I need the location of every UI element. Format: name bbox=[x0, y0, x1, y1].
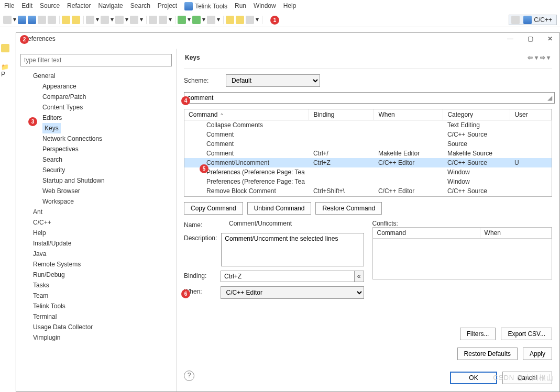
back-icon[interactable]: ⇦ ▾ bbox=[528, 54, 537, 61]
menu-help[interactable]: Help bbox=[283, 2, 297, 10]
menu-search[interactable]: Search bbox=[130, 2, 150, 10]
tree-perspectives[interactable]: Perspectives bbox=[42, 144, 172, 154]
save-icon[interactable] bbox=[18, 16, 26, 24]
cancel-button[interactable]: Cancel bbox=[502, 372, 552, 384]
binary-icon[interactable] bbox=[48, 16, 56, 24]
close-button[interactable]: ✕ bbox=[546, 35, 554, 42]
minimize-button[interactable]: — bbox=[506, 35, 514, 42]
tree-usage-data-collector[interactable]: Usage Data Collector bbox=[33, 322, 172, 332]
tree-tasks[interactable]: Tasks bbox=[33, 280, 172, 290]
menu-project[interactable]: Project bbox=[158, 2, 177, 10]
table-row[interactable]: CommentCtrl+/Makefile EditorMakefile Sou… bbox=[184, 149, 552, 158]
pencil-icon[interactable] bbox=[246, 16, 254, 24]
tree-search[interactable]: Search bbox=[42, 154, 172, 165]
perspective-switcher[interactable]: C/C++ bbox=[509, 15, 557, 25]
menu-source[interactable]: Source bbox=[40, 2, 60, 10]
tree-terminal[interactable]: Terminal bbox=[33, 311, 172, 322]
build-icon[interactable] bbox=[149, 16, 157, 24]
apply-button[interactable]: Apply bbox=[523, 348, 552, 360]
wand2-icon[interactable] bbox=[72, 16, 80, 24]
ext-icon[interactable] bbox=[207, 16, 215, 24]
tree-appearance[interactable]: Appearance bbox=[42, 81, 172, 92]
table-row[interactable]: Preferences (Preference Page: TeaWindow bbox=[184, 167, 552, 177]
table-row[interactable]: Preferences (Preference Page: TeaWindow bbox=[184, 177, 552, 186]
restore-command-button[interactable]: Restore Command bbox=[315, 202, 382, 215]
filters-button[interactable]: Filters... bbox=[460, 328, 496, 340]
menu-navigate[interactable]: Navigate bbox=[98, 2, 123, 10]
tree-workspace[interactable]: Workspace bbox=[42, 196, 172, 207]
binding-input[interactable] bbox=[221, 271, 354, 282]
tree-content-types[interactable]: Content Types bbox=[42, 102, 172, 113]
key-bindings-table[interactable]: Command^ Binding When Category User Coll… bbox=[184, 109, 552, 197]
when-select[interactable]: C/C++ Editor bbox=[221, 286, 364, 299]
cfg3-icon[interactable] bbox=[115, 16, 124, 24]
debug-icon[interactable] bbox=[178, 16, 186, 24]
menu-window[interactable]: Window bbox=[254, 2, 276, 10]
tree-run-debug[interactable]: Run/Debug bbox=[33, 270, 172, 280]
command-search-input[interactable] bbox=[184, 92, 555, 104]
cfg-icon[interactable] bbox=[86, 16, 94, 24]
tree-general[interactable]: General bbox=[33, 71, 172, 81]
tree-help[interactable]: Help bbox=[33, 228, 172, 238]
col-when[interactable]: When bbox=[374, 109, 443, 120]
tree-keys[interactable]: Keys bbox=[42, 123, 172, 133]
col-category[interactable]: Category bbox=[443, 109, 510, 120]
tree-compare-patch[interactable]: Compare/Patch bbox=[42, 92, 172, 102]
maximize-button[interactable]: ▢ bbox=[526, 35, 534, 42]
preference-tree[interactable]: General AppearanceCompare/PatchContent T… bbox=[20, 71, 172, 343]
tree-team[interactable]: Team bbox=[33, 290, 172, 301]
conflicts-table[interactable]: Command When bbox=[372, 227, 553, 279]
tree-java[interactable]: Java bbox=[33, 249, 172, 259]
table-row[interactable]: CommentSource bbox=[184, 139, 552, 149]
table-row[interactable]: CommentC/C++ Source bbox=[184, 130, 552, 139]
copy-command-button[interactable]: Copy Command bbox=[184, 202, 243, 215]
col-user[interactable]: User bbox=[510, 109, 552, 120]
run-icon[interactable] bbox=[192, 16, 201, 24]
tree-security[interactable]: Security bbox=[42, 165, 172, 175]
tree-vimplugin[interactable]: Vimplugin bbox=[33, 332, 172, 343]
forward-icon[interactable]: ⇨ ▾ bbox=[540, 54, 550, 61]
tree-editors[interactable]: Editors bbox=[42, 113, 172, 123]
scheme-select[interactable]: Default bbox=[226, 74, 320, 87]
menu-telink-tools[interactable]: Telink Tools bbox=[184, 2, 227, 10]
clear-search-icon[interactable]: ◢ bbox=[547, 94, 552, 102]
cfg2-icon[interactable] bbox=[101, 16, 109, 24]
folder2-icon[interactable] bbox=[236, 16, 244, 24]
wand-icon[interactable] bbox=[62, 16, 70, 24]
tree-install-update[interactable]: Install/Update bbox=[33, 238, 172, 249]
binding-chevron-icon[interactable]: « bbox=[355, 271, 364, 282]
conflicts-col-when[interactable]: When bbox=[480, 228, 551, 239]
description-box[interactable]: Comment/Uncomment the selected lines bbox=[221, 233, 364, 266]
conflicts-col-command[interactable]: Command bbox=[373, 228, 480, 239]
menu-run[interactable]: Run bbox=[235, 2, 246, 10]
ok-button[interactable]: OK bbox=[450, 372, 497, 384]
save-all-icon[interactable] bbox=[28, 16, 36, 24]
table-row[interactable]: Remove Block CommentCtrl+Shift+\C/C++ Ed… bbox=[184, 186, 552, 196]
menu-file[interactable]: File bbox=[4, 2, 14, 10]
hammer-icon[interactable] bbox=[159, 16, 167, 24]
print-icon[interactable] bbox=[38, 16, 46, 24]
menu-refactor[interactable]: Refactor bbox=[67, 2, 91, 10]
new-icon[interactable] bbox=[3, 16, 12, 24]
tree-startup-and-shutdown[interactable]: Startup and Shutdown bbox=[42, 175, 172, 186]
export-csv-button[interactable]: Export CSV... bbox=[501, 328, 552, 340]
filter-input[interactable] bbox=[20, 54, 172, 66]
tree-web-browser[interactable]: Web Browser bbox=[42, 186, 172, 196]
table-row[interactable]: Collapse CommentsText Editing bbox=[184, 120, 552, 130]
unbind-command-button[interactable]: Unbind Command bbox=[247, 202, 312, 215]
tree-remote-systems[interactable]: Remote Systems bbox=[33, 259, 172, 270]
tree-network-connections[interactable]: Network Connections bbox=[42, 133, 172, 144]
tree-c-c-[interactable]: C/C++ bbox=[33, 217, 172, 228]
annotation-3: 3 bbox=[28, 117, 37, 126]
restore-defaults-button[interactable]: Restore Defaults bbox=[457, 348, 518, 360]
menu-edit[interactable]: Edit bbox=[21, 2, 32, 10]
table-row[interactable]: Comment/UncommentCtrl+ZC/C++ EditorC/C++… bbox=[184, 158, 552, 167]
tree-telink-tools[interactable]: Telink Tools bbox=[33, 301, 172, 311]
cfg4-icon[interactable] bbox=[130, 16, 138, 24]
tree-ant[interactable]: Ant bbox=[33, 207, 172, 217]
col-command[interactable]: Command^ bbox=[184, 109, 309, 120]
persp-open-icon[interactable] bbox=[511, 16, 520, 24]
folder-icon[interactable] bbox=[226, 16, 234, 24]
help-icon[interactable]: ? bbox=[184, 371, 194, 381]
col-binding[interactable]: Binding bbox=[309, 109, 374, 120]
